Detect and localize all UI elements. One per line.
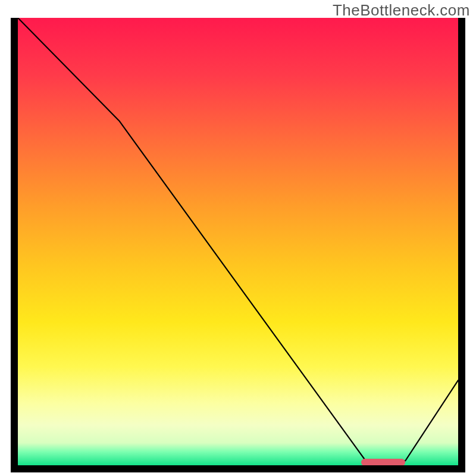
plot-frame [11, 18, 465, 472]
bottleneck-curve [18, 18, 458, 465]
watermark-text: TheBottleneck.com [333, 1, 470, 20]
chart-container: TheBottleneck.com [0, 0, 476, 476]
plot-area [18, 18, 458, 465]
optimal-range-marker [361, 459, 405, 465]
